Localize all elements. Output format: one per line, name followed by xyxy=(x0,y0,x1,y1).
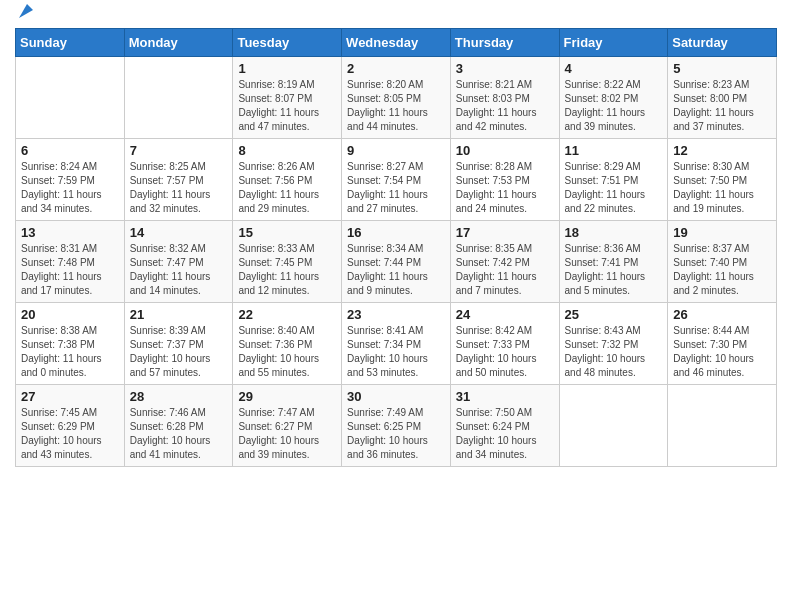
day-detail: Sunrise: 8:23 AM Sunset: 8:00 PM Dayligh… xyxy=(673,78,771,134)
day-cell: 25Sunrise: 8:43 AM Sunset: 7:32 PM Dayli… xyxy=(559,303,668,385)
logo xyxy=(15,16,35,20)
day-detail: Sunrise: 8:37 AM Sunset: 7:40 PM Dayligh… xyxy=(673,242,771,298)
day-cell xyxy=(668,385,777,467)
day-cell: 20Sunrise: 8:38 AM Sunset: 7:38 PM Dayli… xyxy=(16,303,125,385)
day-number: 24 xyxy=(456,307,554,322)
day-cell: 27Sunrise: 7:45 AM Sunset: 6:29 PM Dayli… xyxy=(16,385,125,467)
day-cell: 10Sunrise: 8:28 AM Sunset: 7:53 PM Dayli… xyxy=(450,139,559,221)
day-detail: Sunrise: 8:26 AM Sunset: 7:56 PM Dayligh… xyxy=(238,160,336,216)
day-detail: Sunrise: 8:42 AM Sunset: 7:33 PM Dayligh… xyxy=(456,324,554,380)
week-row-2: 6Sunrise: 8:24 AM Sunset: 7:59 PM Daylig… xyxy=(16,139,777,221)
day-number: 14 xyxy=(130,225,228,240)
day-cell xyxy=(124,57,233,139)
day-cell: 23Sunrise: 8:41 AM Sunset: 7:34 PM Dayli… xyxy=(342,303,451,385)
col-header-monday: Monday xyxy=(124,29,233,57)
day-cell: 17Sunrise: 8:35 AM Sunset: 7:42 PM Dayli… xyxy=(450,221,559,303)
day-number: 25 xyxy=(565,307,663,322)
day-detail: Sunrise: 8:29 AM Sunset: 7:51 PM Dayligh… xyxy=(565,160,663,216)
day-number: 6 xyxy=(21,143,119,158)
day-detail: Sunrise: 8:28 AM Sunset: 7:53 PM Dayligh… xyxy=(456,160,554,216)
header-row: SundayMondayTuesdayWednesdayThursdayFrid… xyxy=(16,29,777,57)
day-cell: 6Sunrise: 8:24 AM Sunset: 7:59 PM Daylig… xyxy=(16,139,125,221)
day-number: 17 xyxy=(456,225,554,240)
day-cell: 9Sunrise: 8:27 AM Sunset: 7:54 PM Daylig… xyxy=(342,139,451,221)
day-cell: 13Sunrise: 8:31 AM Sunset: 7:48 PM Dayli… xyxy=(16,221,125,303)
col-header-saturday: Saturday xyxy=(668,29,777,57)
day-cell: 18Sunrise: 8:36 AM Sunset: 7:41 PM Dayli… xyxy=(559,221,668,303)
page: SundayMondayTuesdayWednesdayThursdayFrid… xyxy=(0,0,792,612)
col-header-friday: Friday xyxy=(559,29,668,57)
day-cell: 15Sunrise: 8:33 AM Sunset: 7:45 PM Dayli… xyxy=(233,221,342,303)
day-cell: 31Sunrise: 7:50 AM Sunset: 6:24 PM Dayli… xyxy=(450,385,559,467)
day-number: 13 xyxy=(21,225,119,240)
day-detail: Sunrise: 8:24 AM Sunset: 7:59 PM Dayligh… xyxy=(21,160,119,216)
day-detail: Sunrise: 8:39 AM Sunset: 7:37 PM Dayligh… xyxy=(130,324,228,380)
day-cell: 16Sunrise: 8:34 AM Sunset: 7:44 PM Dayli… xyxy=(342,221,451,303)
day-number: 12 xyxy=(673,143,771,158)
day-cell: 11Sunrise: 8:29 AM Sunset: 7:51 PM Dayli… xyxy=(559,139,668,221)
day-detail: Sunrise: 8:35 AM Sunset: 7:42 PM Dayligh… xyxy=(456,242,554,298)
day-detail: Sunrise: 7:45 AM Sunset: 6:29 PM Dayligh… xyxy=(21,406,119,462)
day-cell: 28Sunrise: 7:46 AM Sunset: 6:28 PM Dayli… xyxy=(124,385,233,467)
day-number: 26 xyxy=(673,307,771,322)
day-detail: Sunrise: 8:21 AM Sunset: 8:03 PM Dayligh… xyxy=(456,78,554,134)
svg-marker-0 xyxy=(19,4,33,18)
day-number: 20 xyxy=(21,307,119,322)
day-cell xyxy=(16,57,125,139)
day-cell: 29Sunrise: 7:47 AM Sunset: 6:27 PM Dayli… xyxy=(233,385,342,467)
day-number: 7 xyxy=(130,143,228,158)
day-detail: Sunrise: 8:30 AM Sunset: 7:50 PM Dayligh… xyxy=(673,160,771,216)
day-number: 23 xyxy=(347,307,445,322)
day-number: 21 xyxy=(130,307,228,322)
day-number: 27 xyxy=(21,389,119,404)
day-cell: 1Sunrise: 8:19 AM Sunset: 8:07 PM Daylig… xyxy=(233,57,342,139)
day-number: 5 xyxy=(673,61,771,76)
day-cell: 3Sunrise: 8:21 AM Sunset: 8:03 PM Daylig… xyxy=(450,57,559,139)
day-number: 22 xyxy=(238,307,336,322)
day-cell: 4Sunrise: 8:22 AM Sunset: 8:02 PM Daylig… xyxy=(559,57,668,139)
day-detail: Sunrise: 8:33 AM Sunset: 7:45 PM Dayligh… xyxy=(238,242,336,298)
day-number: 4 xyxy=(565,61,663,76)
day-detail: Sunrise: 8:34 AM Sunset: 7:44 PM Dayligh… xyxy=(347,242,445,298)
logo-icon xyxy=(17,2,35,20)
day-number: 31 xyxy=(456,389,554,404)
day-detail: Sunrise: 8:27 AM Sunset: 7:54 PM Dayligh… xyxy=(347,160,445,216)
day-cell: 26Sunrise: 8:44 AM Sunset: 7:30 PM Dayli… xyxy=(668,303,777,385)
day-detail: Sunrise: 8:19 AM Sunset: 8:07 PM Dayligh… xyxy=(238,78,336,134)
day-detail: Sunrise: 7:47 AM Sunset: 6:27 PM Dayligh… xyxy=(238,406,336,462)
day-number: 2 xyxy=(347,61,445,76)
day-number: 18 xyxy=(565,225,663,240)
day-detail: Sunrise: 8:22 AM Sunset: 8:02 PM Dayligh… xyxy=(565,78,663,134)
day-cell: 19Sunrise: 8:37 AM Sunset: 7:40 PM Dayli… xyxy=(668,221,777,303)
day-detail: Sunrise: 7:49 AM Sunset: 6:25 PM Dayligh… xyxy=(347,406,445,462)
header xyxy=(15,10,777,20)
week-row-5: 27Sunrise: 7:45 AM Sunset: 6:29 PM Dayli… xyxy=(16,385,777,467)
day-detail: Sunrise: 8:31 AM Sunset: 7:48 PM Dayligh… xyxy=(21,242,119,298)
day-number: 9 xyxy=(347,143,445,158)
day-number: 11 xyxy=(565,143,663,158)
day-number: 15 xyxy=(238,225,336,240)
day-detail: Sunrise: 8:38 AM Sunset: 7:38 PM Dayligh… xyxy=(21,324,119,380)
week-row-4: 20Sunrise: 8:38 AM Sunset: 7:38 PM Dayli… xyxy=(16,303,777,385)
day-detail: Sunrise: 7:46 AM Sunset: 6:28 PM Dayligh… xyxy=(130,406,228,462)
day-detail: Sunrise: 8:44 AM Sunset: 7:30 PM Dayligh… xyxy=(673,324,771,380)
day-detail: Sunrise: 8:32 AM Sunset: 7:47 PM Dayligh… xyxy=(130,242,228,298)
day-detail: Sunrise: 8:40 AM Sunset: 7:36 PM Dayligh… xyxy=(238,324,336,380)
day-cell: 8Sunrise: 8:26 AM Sunset: 7:56 PM Daylig… xyxy=(233,139,342,221)
day-cell: 7Sunrise: 8:25 AM Sunset: 7:57 PM Daylig… xyxy=(124,139,233,221)
day-cell: 21Sunrise: 8:39 AM Sunset: 7:37 PM Dayli… xyxy=(124,303,233,385)
day-detail: Sunrise: 7:50 AM Sunset: 6:24 PM Dayligh… xyxy=(456,406,554,462)
day-cell: 22Sunrise: 8:40 AM Sunset: 7:36 PM Dayli… xyxy=(233,303,342,385)
day-number: 3 xyxy=(456,61,554,76)
day-cell: 5Sunrise: 8:23 AM Sunset: 8:00 PM Daylig… xyxy=(668,57,777,139)
col-header-thursday: Thursday xyxy=(450,29,559,57)
day-number: 28 xyxy=(130,389,228,404)
day-cell: 14Sunrise: 8:32 AM Sunset: 7:47 PM Dayli… xyxy=(124,221,233,303)
day-cell: 24Sunrise: 8:42 AM Sunset: 7:33 PM Dayli… xyxy=(450,303,559,385)
calendar-table: SundayMondayTuesdayWednesdayThursdayFrid… xyxy=(15,28,777,467)
col-header-sunday: Sunday xyxy=(16,29,125,57)
day-cell xyxy=(559,385,668,467)
day-number: 1 xyxy=(238,61,336,76)
week-row-3: 13Sunrise: 8:31 AM Sunset: 7:48 PM Dayli… xyxy=(16,221,777,303)
col-header-wednesday: Wednesday xyxy=(342,29,451,57)
